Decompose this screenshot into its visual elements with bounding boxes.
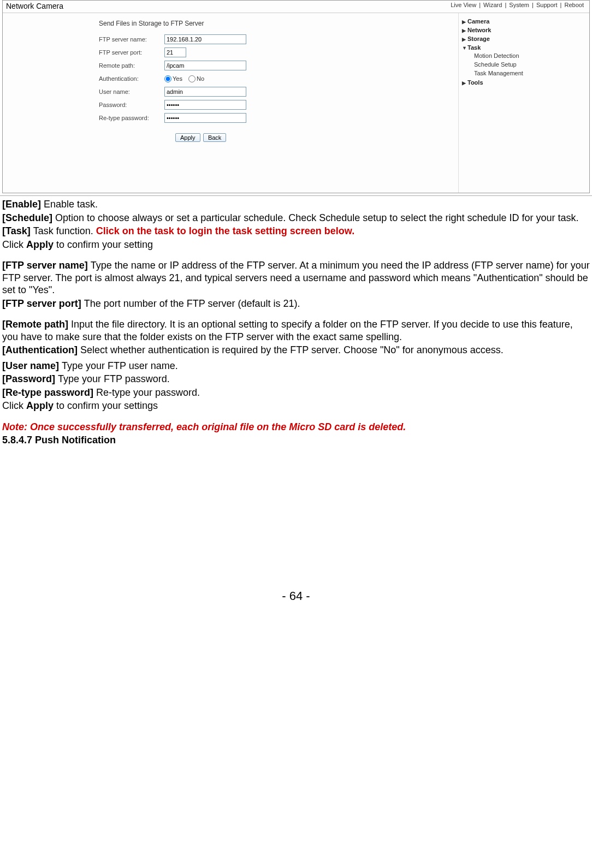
label-server-name: FTP server name: xyxy=(99,36,164,43)
chevron-right-icon: ▶ xyxy=(462,19,467,25)
desc-enable: Enable task. xyxy=(44,199,98,210)
input-server-port[interactable] xyxy=(164,47,186,57)
radio-auth-no[interactable] xyxy=(188,75,196,82)
desc-task-red: Click on the task to login the task sett… xyxy=(96,225,354,236)
input-repass[interactable] xyxy=(164,113,246,123)
chevron-right-icon: ▶ xyxy=(462,37,467,42)
nav-support[interactable]: Support xyxy=(535,2,559,8)
desc-repass: Re-type your password. xyxy=(96,387,200,398)
desc-schedule: Option to choose always or set a particu… xyxy=(55,212,579,223)
desc-user: Type your FTP user name. xyxy=(62,360,178,371)
screenshot-container: Network Camera Live View | Wizard | Syst… xyxy=(0,0,592,196)
term-enable: [Enable] xyxy=(2,199,44,210)
note-text: Note: Once successfully transferred, eac… xyxy=(2,421,590,433)
sidebar-storage[interactable]: ▶Storage xyxy=(462,35,586,43)
input-remote-path[interactable] xyxy=(164,61,246,70)
sidebar-task[interactable]: ▼Task xyxy=(462,44,586,51)
desc-ftp-port: The port number of the FTP server (defau… xyxy=(84,298,300,309)
input-user[interactable] xyxy=(164,87,246,97)
page-number: - 64 - xyxy=(2,588,590,611)
back-button[interactable]: Back xyxy=(203,133,226,142)
radio-auth-yes[interactable] xyxy=(164,75,171,82)
sidebar-task-management[interactable]: Task Management xyxy=(474,69,586,78)
label-pass: Password: xyxy=(99,102,164,108)
term-schedule: [Schedule] xyxy=(2,212,55,223)
term-auth: [Authentication] xyxy=(2,344,80,355)
camera-ui-screenshot: Network Camera Live View | Wizard | Syst… xyxy=(2,0,590,193)
desc-pass: Type your FTP password. xyxy=(58,373,170,384)
term-user: [User name] xyxy=(2,360,62,371)
desc-ftp-name: Type the name or IP address of the FTP s… xyxy=(2,260,590,295)
term-remote-path: [Remote path] xyxy=(2,319,71,330)
sidebar: ▶Camera ▶Network ▶Storage ▼Task Motion D… xyxy=(458,13,589,193)
label-auth: Authentication: xyxy=(99,75,164,82)
label-repass: Re-type password: xyxy=(99,115,164,121)
term-ftp-name: [FTP server name] xyxy=(2,260,91,271)
desc-task: Task function. xyxy=(33,225,96,236)
chevron-right-icon: ▶ xyxy=(462,80,467,86)
desc-auth: Select whether authentication is require… xyxy=(80,344,504,355)
form-title: Send Files in Storage to FTP Server xyxy=(99,20,458,27)
term-pass: [Password] xyxy=(2,373,58,384)
document-body: [Enable] Enable task. [Schedule] Option … xyxy=(0,196,592,611)
label-user: User name: xyxy=(99,88,164,95)
form-panel: Send Files in Storage to FTP Server FTP … xyxy=(3,13,458,193)
sidebar-task-schedule[interactable]: Schedule Setup xyxy=(474,60,586,69)
sidebar-task-motion[interactable]: Motion Detection xyxy=(474,51,586,60)
chevron-down-icon: ▼ xyxy=(462,45,467,51)
sidebar-camera[interactable]: ▶Camera xyxy=(462,17,586,25)
desc-remote-path: Input the file directory. It is an optio… xyxy=(2,319,573,342)
sidebar-network[interactable]: ▶Network xyxy=(462,26,586,34)
sidebar-tools[interactable]: ▶Tools xyxy=(462,79,586,86)
nav-reboot[interactable]: Reboot xyxy=(564,2,585,8)
radio-auth-no-label: No xyxy=(197,75,204,82)
input-pass[interactable] xyxy=(164,100,246,110)
top-nav: Live View | Wizard | System | Support | … xyxy=(449,2,585,8)
term-ftp-port: [FTP server port] xyxy=(2,298,84,309)
label-server-port: FTP server port: xyxy=(99,49,164,56)
term-task: [Task] xyxy=(2,225,33,236)
section-heading: 5.8.4.7 Push Notification xyxy=(2,434,590,447)
nav-live-view[interactable]: Live View xyxy=(449,2,477,8)
chevron-right-icon: ▶ xyxy=(462,28,467,33)
apply-button[interactable]: Apply xyxy=(175,133,200,142)
nav-system[interactable]: System xyxy=(508,2,530,8)
nav-wizard[interactable]: Wizard xyxy=(482,2,503,8)
term-repass: [Re-type password] xyxy=(2,387,96,398)
radio-auth-yes-label: Yes xyxy=(173,75,182,82)
input-server-name[interactable] xyxy=(164,34,246,44)
label-remote-path: Remote path: xyxy=(99,62,164,69)
